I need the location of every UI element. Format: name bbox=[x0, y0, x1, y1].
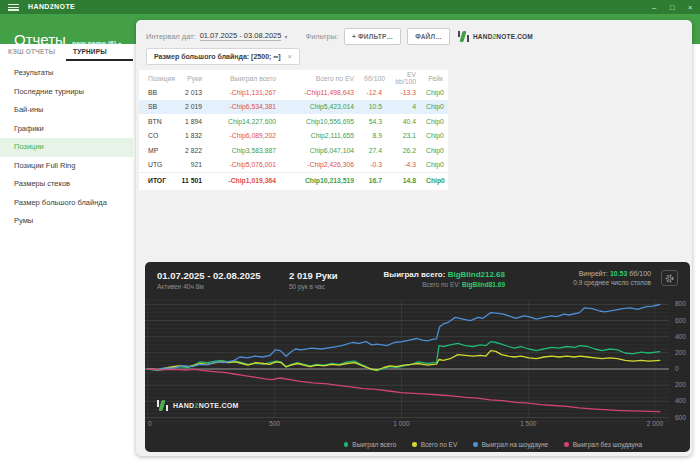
svg-text:0: 0 bbox=[675, 365, 679, 372]
sidebar-item-3[interactable]: Бай-ины bbox=[0, 101, 133, 120]
filters-label: Фильтры: bbox=[305, 32, 338, 41]
cell: 2 013 bbox=[175, 85, 207, 100]
cell: Chip0 bbox=[421, 158, 448, 173]
svg-text:600: 600 bbox=[675, 414, 686, 421]
cell: -Chip11,498,643 bbox=[281, 85, 359, 100]
column-header[interactable]: Выиграл всего bbox=[207, 71, 281, 85]
sidebar-item-5[interactable]: Позиции bbox=[0, 138, 133, 157]
ev-total-value: BigBlind81.69 bbox=[462, 281, 505, 288]
window-titlebar: HAND2NOTE – □ × bbox=[0, 0, 700, 14]
active-tab-underline bbox=[66, 59, 133, 61]
legend-item[interactable]: Всего по EV bbox=[412, 441, 457, 448]
chart-watermark: HAND2NOTE.COM bbox=[157, 400, 239, 411]
cell: 1 894 bbox=[175, 114, 207, 129]
content-card: Интервал дат: 01.07.2025 - 03.08.2025 ▾ … bbox=[136, 20, 692, 456]
sidebar-item-9[interactable]: Румы bbox=[0, 212, 133, 231]
sidebar-item-6[interactable]: Позиции Full Ring bbox=[0, 157, 133, 176]
legend-item[interactable]: Выиграл на шоудауне bbox=[473, 441, 548, 448]
chart-panel: 01.07.2025 - 02.08.2025 Активен 40ч 8м 2… bbox=[145, 262, 690, 452]
cell: Chip0 bbox=[421, 100, 448, 115]
column-header[interactable]: бб/100 bbox=[359, 71, 387, 85]
svg-text:1 500: 1 500 bbox=[520, 420, 537, 427]
cell: Chip2,111,655 bbox=[281, 129, 359, 144]
filter-chip-big-blind-size[interactable]: Размер большого блайнда: [2500; ∞] × bbox=[146, 48, 300, 65]
tab-tournaments[interactable]: ТУРНИРЫ bbox=[73, 48, 107, 55]
winnings-chart[interactable]: 800600400200020040060005001 0001 5002 00… bbox=[145, 296, 690, 434]
cell: 27.4 bbox=[359, 143, 387, 158]
avg-tables: 0.9 среднее число столов bbox=[573, 279, 651, 286]
cell: Chip10,213,519 bbox=[281, 173, 359, 188]
cell: CO bbox=[139, 129, 175, 144]
svg-text:200: 200 bbox=[675, 381, 686, 388]
cell: Chip0 bbox=[421, 129, 448, 144]
chart-settings-button[interactable] bbox=[661, 270, 678, 286]
close-icon[interactable]: × bbox=[288, 53, 292, 60]
cell: 11 501 bbox=[175, 173, 207, 188]
window-close-button[interactable]: × bbox=[688, 3, 692, 12]
winrate-block: Винрейт: 10.53 бб/100 0.9 среднее число … bbox=[573, 270, 651, 286]
cell: Chip0 bbox=[421, 114, 448, 129]
sidebar-item-1[interactable]: Результаты bbox=[0, 64, 133, 83]
sidebar-item-4[interactable]: Графики bbox=[0, 120, 133, 139]
table-row-CO[interactable]: CO1 832-Chip6,089,202Chip2,111,6558.923.… bbox=[139, 129, 448, 144]
table-row-MP[interactable]: MP2 822Chip3,583,887Chip6,047,10427.426.… bbox=[139, 143, 448, 158]
cell: 16.7 bbox=[359, 173, 387, 188]
chevron-down-icon[interactable]: ▾ bbox=[284, 33, 287, 40]
cell: 54.3 bbox=[359, 114, 387, 129]
watermark-text: HAND2NOTE.COM bbox=[173, 402, 239, 409]
cell: -Chip6,089,202 bbox=[207, 129, 281, 144]
table-row-SB[interactable]: SB2 019-Chip6,534,381Chip5,423,01410.54C… bbox=[139, 100, 448, 115]
cell: Chip3,583,887 bbox=[207, 143, 281, 158]
table-row-BTN[interactable]: BTN1 894Chip14,227,600Chip10,556,69554.3… bbox=[139, 114, 448, 129]
won-total-label: Выиграл всего: bbox=[384, 270, 448, 279]
column-header[interactable]: Всего по EV bbox=[281, 71, 359, 85]
table-row-BB[interactable]: BB2 013-Chip1,131,267-Chip11,498,643-12.… bbox=[139, 85, 448, 100]
cell: 8.9 bbox=[359, 129, 387, 144]
cell: BTN bbox=[139, 114, 175, 129]
cell: Chip0 bbox=[421, 143, 448, 158]
tab-cash-reports[interactable]: КЭШ ОТЧЕТЫ bbox=[8, 48, 55, 55]
ev-total-label: Всего по EV: bbox=[422, 281, 462, 288]
table-row-UTG[interactable]: UTG921-Chip5,076,001-Chip2,426,306-0.3-4… bbox=[139, 158, 448, 173]
chart-legend: Выиграл всегоВсего по EVВыиграл на шоуда… bbox=[145, 441, 642, 448]
sidebar-item-2[interactable]: Последние турниры bbox=[0, 83, 133, 102]
cell: Chip5,423,014 bbox=[281, 100, 359, 115]
legend-label: Всего по EV bbox=[421, 441, 457, 448]
legend-label: Выиграл всего bbox=[352, 441, 396, 448]
legend-item[interactable]: Выиграл всего bbox=[344, 441, 396, 448]
cell: -12.4 bbox=[359, 85, 387, 100]
cell: 4 bbox=[387, 100, 421, 115]
add-filter-button[interactable]: + ФИЛЬТР… bbox=[344, 28, 401, 45]
cell: UTG bbox=[139, 158, 175, 173]
sidebar-item-7[interactable]: Размеры стеков bbox=[0, 175, 133, 194]
cell: -Chip2,426,306 bbox=[281, 158, 359, 173]
hamburger-menu-icon[interactable] bbox=[8, 4, 19, 11]
chart-winnings-block: Выиграл всего: BigBlind212.68 Всего по E… bbox=[367, 270, 505, 288]
legend-item[interactable]: Выиграл без шоудауна bbox=[564, 441, 642, 448]
cell: 10.5 bbox=[359, 100, 387, 115]
legend-dot-icon bbox=[473, 442, 478, 447]
app-title: HAND2NOTE bbox=[28, 3, 75, 10]
date-range-label: Интервал дат: bbox=[146, 32, 196, 41]
svg-text:1 000: 1 000 bbox=[393, 420, 410, 427]
cell: 40.4 bbox=[387, 114, 421, 129]
sidebar-item-8[interactable]: Размер большого блайнда bbox=[0, 194, 133, 213]
column-header[interactable]: Руки bbox=[175, 71, 207, 85]
table-row-ИТОГ[interactable]: ИТОГ11 501-Chip1,019,364Chip10,213,51916… bbox=[139, 173, 448, 188]
column-header[interactable]: EV bb/100 bbox=[387, 71, 421, 85]
svg-text:2 000: 2 000 bbox=[647, 420, 664, 427]
chart-hands-block: 2 019 Руки 50 рук в час bbox=[289, 270, 345, 290]
cell: 14.8 bbox=[387, 173, 421, 188]
chart-hands: 2 019 Руки bbox=[289, 270, 345, 281]
column-header[interactable]: Позиция bbox=[139, 71, 175, 85]
legend-dot-icon bbox=[412, 442, 417, 447]
column-header[interactable]: Рейк bbox=[421, 71, 448, 85]
cell: -Chip1,131,267 bbox=[207, 85, 281, 100]
chart-header: 01.07.2025 - 02.08.2025 Активен 40ч 8м 2… bbox=[157, 270, 678, 290]
svg-text:0: 0 bbox=[148, 420, 152, 427]
file-button[interactable]: ФАЙЛ… bbox=[407, 28, 450, 45]
toolbar: Интервал дат: 01.07.2025 - 03.08.2025 ▾ … bbox=[146, 27, 684, 45]
window-maximize-button[interactable]: □ bbox=[670, 3, 675, 12]
date-range-value[interactable]: 01.07.2025 - 03.08.2025 bbox=[200, 31, 282, 41]
window-minimize-button[interactable]: – bbox=[652, 3, 656, 12]
